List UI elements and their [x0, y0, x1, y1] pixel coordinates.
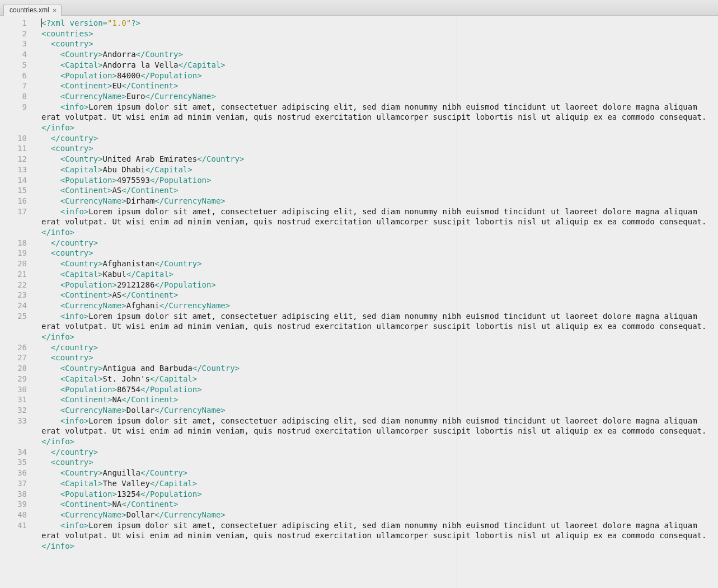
code-line[interactable]: <country>: [41, 248, 718, 258]
line-number: 37: [0, 478, 27, 489]
line-number: 41: [0, 520, 27, 531]
code-area[interactable]: <?xml version="1.0"?><countries> <countr…: [35, 16, 718, 588]
line-number: 9: [0, 102, 27, 112]
line-number: [0, 436, 27, 447]
tab-bar: countries.xml ×: [0, 0, 718, 16]
code-line[interactable]: <country>: [41, 457, 718, 468]
code-line[interactable]: </country>: [41, 342, 718, 353]
line-number: 4: [0, 49, 27, 60]
line-number: [0, 530, 27, 541]
line-number: 10: [0, 133, 27, 144]
line-number: 40: [0, 510, 27, 520]
code-line[interactable]: <Continent>AS</Continent>: [41, 185, 718, 196]
line-number: 2: [0, 29, 27, 39]
code-line[interactable]: </country>: [41, 238, 718, 248]
close-icon[interactable]: ×: [53, 7, 57, 14]
code-line[interactable]: <CurrencyName>Euro</CurrencyName>: [41, 91, 718, 102]
line-number: 34: [0, 447, 27, 458]
line-number: 24: [0, 300, 27, 311]
line-number: 14: [0, 175, 27, 186]
code-line[interactable]: <info>Lorem ipsum dolor sit amet, consec…: [41, 520, 718, 552]
line-number: 26: [0, 342, 27, 353]
code-line[interactable]: <Capital>St. John's</Capital>: [41, 374, 718, 384]
line-number: 17: [0, 206, 27, 217]
line-number: 12: [0, 154, 27, 164]
code-line[interactable]: <info>Lorem ipsum dolor sit amet, consec…: [41, 311, 718, 342]
line-number: 5: [0, 60, 27, 70]
line-number: [0, 321, 27, 332]
code-line[interactable]: <info>Lorem ipsum dolor sit amet, consec…: [41, 102, 718, 133]
line-number: 6: [0, 70, 27, 81]
code-line[interactable]: <Country>Afghanistan</Country>: [41, 258, 718, 269]
code-line[interactable]: <Population>13254</Population>: [41, 489, 718, 500]
code-line[interactable]: <Population>4975593</Population>: [41, 175, 718, 186]
line-number: 7: [0, 81, 27, 91]
line-number: 20: [0, 258, 27, 269]
code-line[interactable]: <Continent>AS</Continent>: [41, 290, 718, 300]
line-number: 39: [0, 499, 27, 510]
line-number: 36: [0, 468, 27, 478]
code-line[interactable]: <Population>84000</Population>: [41, 70, 718, 81]
code-line[interactable]: <Continent>EU</Continent>: [41, 81, 718, 91]
line-number: [0, 426, 27, 436]
line-number: 35: [0, 457, 27, 468]
line-number: 29: [0, 374, 27, 384]
code-line[interactable]: <Capital>Kabul</Capital>: [41, 269, 718, 280]
code-line[interactable]: </country>: [41, 447, 718, 458]
code-line[interactable]: <CurrencyName>Dollar</CurrencyName>: [41, 510, 718, 520]
line-number: 38: [0, 489, 27, 500]
line-number: 31: [0, 394, 27, 405]
line-number: 1: [0, 18, 27, 29]
code-line[interactable]: <Continent>NA</Continent>: [41, 394, 718, 405]
code-line[interactable]: <country>: [41, 143, 718, 154]
line-number: [0, 227, 27, 238]
code-line[interactable]: <Population>86754</Population>: [41, 384, 718, 395]
gutter: 1234567891011121314151617181920212223242…: [0, 16, 35, 588]
line-number: 23: [0, 290, 27, 300]
code-line[interactable]: <info>Lorem ipsum dolor sit amet, consec…: [41, 206, 718, 238]
line-number: 28: [0, 363, 27, 374]
line-number: 16: [0, 196, 27, 206]
code-line[interactable]: <country>: [41, 352, 718, 363]
code-line[interactable]: <Country>United Arab Emirates</Country>: [41, 154, 718, 164]
line-number: 27: [0, 352, 27, 363]
line-number: 32: [0, 405, 27, 416]
code-line[interactable]: <country>: [41, 39, 718, 49]
code-line[interactable]: <Country>Anguilla</Country>: [41, 468, 718, 478]
line-number: 30: [0, 384, 27, 395]
line-number: 21: [0, 269, 27, 280]
line-number: [0, 123, 27, 133]
file-tab[interactable]: countries.xml ×: [3, 4, 62, 16]
line-number: 25: [0, 311, 27, 322]
code-line[interactable]: <?xml version="1.0"?>: [41, 18, 718, 29]
code-line[interactable]: <CurrencyName>Afghani</CurrencyName>: [41, 300, 718, 311]
line-number: [0, 112, 27, 123]
code-line[interactable]: <CurrencyName>Dirham</CurrencyName>: [41, 196, 718, 206]
code-line[interactable]: <Capital>Abu Dhabi</Capital>: [41, 164, 718, 175]
line-number: 18: [0, 238, 27, 248]
code-line[interactable]: <countries>: [41, 29, 718, 39]
tab-title: countries.xml: [10, 6, 49, 14]
line-number: [0, 332, 27, 342]
line-number: 3: [0, 39, 27, 49]
line-number: 8: [0, 91, 27, 102]
code-line[interactable]: <CurrencyName>Dollar</CurrencyName>: [41, 405, 718, 416]
line-number: 13: [0, 164, 27, 175]
code-line[interactable]: </country>: [41, 133, 718, 144]
line-number: [0, 541, 27, 552]
editor[interactable]: 1234567891011121314151617181920212223242…: [0, 16, 718, 588]
line-number: 15: [0, 185, 27, 196]
line-number: [0, 217, 27, 227]
code-line[interactable]: <Country>Antigua and Barbuda</Country>: [41, 363, 718, 374]
line-number: 11: [0, 143, 27, 154]
code-line[interactable]: <Country>Andorra</Country>: [41, 49, 718, 60]
line-number: 19: [0, 248, 27, 258]
code-line[interactable]: <Continent>NA</Continent>: [41, 499, 718, 510]
code-line[interactable]: <info>Lorem ipsum dolor sit amet, consec…: [41, 416, 718, 447]
code-line[interactable]: <Capital>Andorra la Vella</Capital>: [41, 60, 718, 70]
code-line[interactable]: <Population>29121286</Population>: [41, 280, 718, 290]
line-number: 22: [0, 280, 27, 290]
code-line[interactable]: <Capital>The Valley</Capital>: [41, 478, 718, 489]
line-number: 33: [0, 416, 27, 426]
